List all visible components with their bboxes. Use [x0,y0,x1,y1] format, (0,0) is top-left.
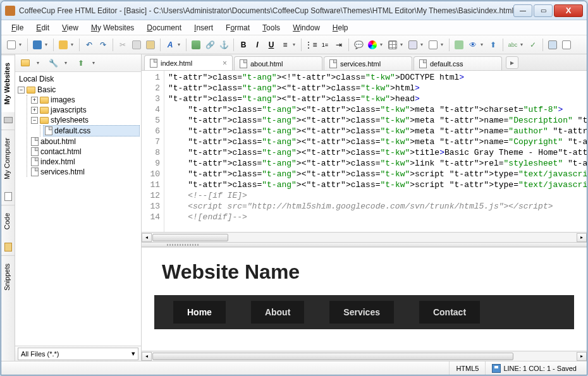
new-button[interactable] [5,39,18,51]
menu-document[interactable]: Document [142,21,187,34]
color-button[interactable] [366,39,379,51]
preview-nav-home[interactable]: Home [173,301,226,324]
close-button[interactable]: X [554,4,583,17]
new-dropdown[interactable]: ▾ [19,42,24,47]
preview-nav-contact[interactable]: Contact [419,301,480,324]
sidebar-upload-button[interactable]: ⬆ [75,57,87,70]
tree-file-index[interactable]: index.html [30,157,140,167]
save-status-icon [492,364,501,373]
code-hscroll[interactable]: ◂ ▸ [142,232,587,242]
menu-help[interactable]: Help [328,21,353,34]
menu-mywebsites[interactable]: My Websites [86,21,139,34]
maximize-button[interactable]: ▭ [534,4,553,17]
sidebar: ▾ 🔧▾ ⬆▾ Local Disk − Basic +images +java… [15,54,142,361]
editor-tabstrip: index.html× about.html services.html def… [142,54,587,71]
preview-button[interactable]: 👁 [467,39,479,51]
upload-button[interactable]: ⬆ [487,39,499,51]
italic-button[interactable]: I [251,39,264,51]
tree-folder-images[interactable]: +images [30,95,140,105]
scroll-right-button[interactable]: ▸ [577,233,587,242]
css-button[interactable] [453,39,465,51]
sidebar-toolbar: ▾ 🔧▾ ⬆▾ [15,54,141,72]
folder-icon [27,87,35,94]
spell-button[interactable]: abc [506,39,519,51]
tree-file-services[interactable]: services.html [30,167,140,177]
link-button[interactable]: 🔗 [204,39,216,51]
preview-pane: Website Name Home About Services Contact [142,247,587,351]
tab-add-button[interactable]: ▸ [506,56,518,69]
file-icon [45,126,52,135]
menu-tools[interactable]: Tools [257,21,285,34]
menu-view[interactable]: View [57,21,83,34]
copy-button[interactable] [130,39,143,51]
menu-insert[interactable]: Insert [189,21,218,34]
menu-window[interactable]: Window [288,21,325,34]
validate-button[interactable]: ✓ [527,39,539,51]
font-button[interactable]: A [164,39,176,51]
tab-about[interactable]: about.html [234,56,322,70]
bold-button[interactable]: B [237,39,250,51]
computer-icon [3,117,13,127]
tab-default-css[interactable]: default.css [413,56,502,70]
code-icon [3,192,13,202]
list-ol-button[interactable]: 1≡ [319,39,331,51]
side-tab-code[interactable]: Code [1,205,15,237]
comment-button[interactable]: 💬 [352,39,365,51]
minimize-button[interactable]: — [513,4,532,17]
redo-button[interactable]: ↷ [97,39,109,51]
align-button[interactable]: ≡ [279,39,291,51]
line-gutter: 1234567891011121314 [142,71,164,232]
sidebar-folder-button[interactable] [19,57,32,70]
side-tab-mycomputer[interactable]: My Computer [1,130,15,187]
tab-index[interactable]: index.html× [144,55,233,70]
file-tree[interactable]: Local Disk − Basic +images +javascripts … [15,72,141,346]
image-button[interactable] [190,39,202,51]
sidebar-tools-button[interactable]: 🔧 [47,57,59,70]
side-tab-mywebsites[interactable]: My Websites [1,54,15,112]
tree-file-default-css[interactable]: default.css [43,125,140,136]
tab-close-button[interactable]: × [223,59,227,68]
side-tab-snippets[interactable]: Snippets [1,255,15,298]
cut-button[interactable]: ✂ [116,39,129,51]
menu-edit[interactable]: Edit [31,21,54,34]
tree-file-about[interactable]: about.html [30,136,140,147]
tree-folder-basic[interactable]: − Basic [16,85,140,95]
menu-file[interactable]: File [6,21,28,34]
tree-folder-stylesheets[interactable]: −stylesheets [30,115,140,125]
preview-nav-services[interactable]: Services [329,301,394,324]
open-button[interactable] [57,39,70,51]
horizontal-splitter[interactable] [142,242,587,247]
code-content[interactable]: "t-attr">class="t-ang"><!"t-attr">class=… [164,71,587,232]
tree-folder-javascripts[interactable]: +javascripts [30,105,140,115]
scroll-left-button[interactable]: ◂ [142,233,152,242]
layout-button[interactable] [560,39,573,51]
chevron-down-icon: ▾ [132,349,135,358]
frame-button[interactable] [427,39,439,51]
anchor-button[interactable]: ⚓ [217,39,230,51]
preview-heading: Website Name [162,260,574,284]
list-ul-button[interactable]: ⋮≡ [305,39,317,51]
tree-file-contact[interactable]: contact.html [30,147,140,157]
preview-nav-about[interactable]: About [251,301,304,324]
underline-button[interactable]: U [265,39,278,51]
undo-button[interactable]: ↶ [83,39,95,51]
titlebar[interactable]: CoffeeCup Free HTML Editor - [Basic] - C… [1,1,587,20]
expander-icon[interactable]: − [18,87,25,94]
menu-format[interactable]: Format [221,21,255,34]
tab-services[interactable]: services.html [324,56,412,70]
code-editor[interactable]: 1234567891011121314 "t-attr">class="t-an… [142,71,587,232]
tree-root-label: Local Disk [16,73,140,85]
paste-button[interactable] [144,39,157,51]
toolbar: ▾ ▾ ▾ ↶ ↷ ✂ A▾ 🔗 ⚓ B I U ≡▾ ⋮≡ 1≡ ⇥ 💬 ▾ … [1,35,587,54]
save-button[interactable] [31,39,44,51]
indent-button[interactable]: ⇥ [333,39,345,51]
menubar: File Edit View My Websites Document Inse… [1,20,587,35]
file-filter-select[interactable]: All Files (*.*) ▾ [18,348,138,360]
grid-button[interactable] [546,39,559,51]
preview-hscroll[interactable]: ◂ ▸ [142,351,587,361]
form-button[interactable] [407,39,419,51]
scroll-thumb[interactable] [152,234,228,241]
preview-nav: Home About Services Contact [154,295,574,329]
status-doctype: HTML5 [449,361,485,375]
table-button[interactable] [386,39,399,51]
